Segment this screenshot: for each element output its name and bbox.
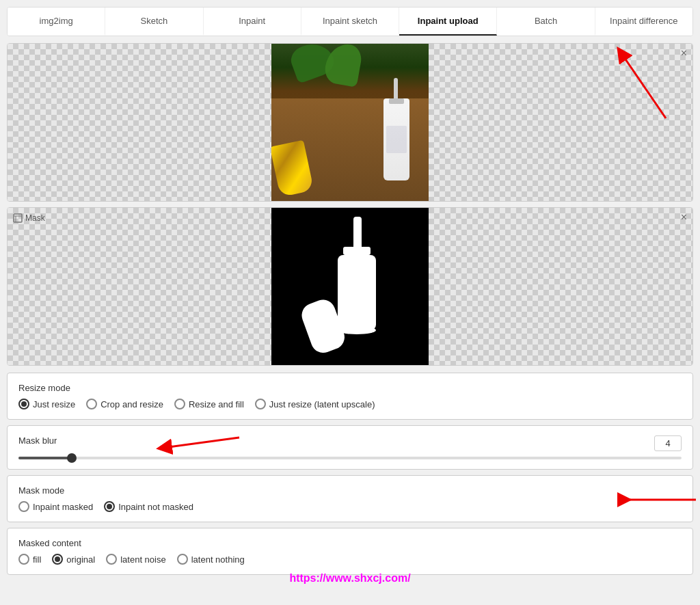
radio-inpaint-not-masked-dot xyxy=(107,504,112,509)
masked-content-fill[interactable]: fill xyxy=(18,554,41,565)
masked-content-latent-noise[interactable]: latent noise xyxy=(106,554,166,565)
mask-blur-label: Mask blur xyxy=(18,435,57,446)
masked-content-latent-nothing[interactable]: latent nothing xyxy=(177,554,245,565)
mask-image xyxy=(8,208,692,365)
svg-rect-5 xyxy=(353,217,362,251)
tab-bar: img2img Sketch Inpaint Inpaint sketch In… xyxy=(7,7,693,36)
product-photo xyxy=(271,44,429,201)
tab-inpaint[interactable]: Inpaint xyxy=(204,8,301,36)
mask-icon xyxy=(13,213,23,223)
tab-sketch[interactable]: Sketch xyxy=(105,8,203,36)
mask-mode-options: Inpaint masked Inpaint not masked xyxy=(18,501,682,512)
mask-label: Mask xyxy=(13,213,45,223)
tab-inpaint-upload[interactable]: Inpaint upload xyxy=(399,8,497,36)
radio-latent-noise[interactable] xyxy=(106,554,117,565)
resize-mode-resize-fill[interactable]: Resize and fill xyxy=(174,399,244,409)
tab-batch[interactable]: Batch xyxy=(497,8,595,36)
mask-upload-area[interactable]: Mask × xyxy=(7,207,693,366)
radio-just-resize[interactable] xyxy=(18,399,29,409)
svg-rect-7 xyxy=(338,255,376,330)
mask-blur-slider-track[interactable] xyxy=(18,457,682,459)
uploaded-image xyxy=(8,44,692,201)
radio-latent-nothing[interactable] xyxy=(177,554,188,565)
mask-silhouette xyxy=(271,208,429,365)
resize-mode-label: Resize mode xyxy=(18,383,682,393)
resize-mode-section: Resize mode Just resize Crop and resize … xyxy=(7,373,693,420)
masked-content-label: Masked content xyxy=(18,538,682,548)
radio-inpaint-masked[interactable] xyxy=(18,501,29,512)
tab-inpaint-sketch[interactable]: Inpaint sketch xyxy=(301,8,399,36)
radio-original[interactable] xyxy=(52,554,63,565)
silhouette-svg xyxy=(288,211,412,362)
mask-blur-section: Mask blur 4 xyxy=(7,425,693,470)
radio-crop-resize[interactable] xyxy=(86,399,97,409)
radio-latent[interactable] xyxy=(255,399,266,409)
tab-inpaint-difference[interactable]: Inpaint difference xyxy=(595,8,692,36)
mask-mode-inpaint-masked[interactable]: Inpaint masked xyxy=(18,501,93,512)
masked-content-original[interactable]: original xyxy=(52,554,95,565)
mask-blur-value[interactable]: 4 xyxy=(654,435,682,451)
mask-blur-slider-fill xyxy=(18,457,72,459)
radio-inpaint-not-masked[interactable] xyxy=(104,501,115,512)
mask-blur-slider-thumb[interactable] xyxy=(67,453,77,463)
radio-original-dot xyxy=(55,556,60,562)
radio-fill[interactable] xyxy=(18,554,29,565)
resize-mode-latent[interactable]: Just resize (latent upscale) xyxy=(255,399,375,409)
mask-mode-label: Mask mode xyxy=(18,485,682,496)
image-close-button[interactable]: × xyxy=(681,48,687,59)
image-upload-area[interactable]: × xyxy=(7,43,693,202)
mask-mode-inpaint-not-masked[interactable]: Inpaint not masked xyxy=(104,501,193,512)
masked-content-options: fill original latent noise latent nothin… xyxy=(18,554,682,565)
mask-mode-section: Mask mode Inpaint masked Inpaint not mas… xyxy=(7,475,693,522)
resize-mode-just-resize[interactable]: Just resize xyxy=(18,399,75,409)
radio-just-resize-dot xyxy=(21,401,27,407)
masked-content-section: Masked content fill original latent nois… xyxy=(7,528,693,575)
resize-mode-options: Just resize Crop and resize Resize and f… xyxy=(18,399,682,409)
mask-close-button[interactable]: × xyxy=(681,212,687,223)
resize-mode-crop-resize[interactable]: Crop and resize xyxy=(86,399,163,409)
radio-resize-fill[interactable] xyxy=(174,399,185,409)
svg-rect-4 xyxy=(14,214,22,222)
tab-img2img[interactable]: img2img xyxy=(8,8,105,36)
svg-rect-6 xyxy=(343,247,371,255)
mask-blur-header: Mask blur 4 xyxy=(18,435,682,451)
